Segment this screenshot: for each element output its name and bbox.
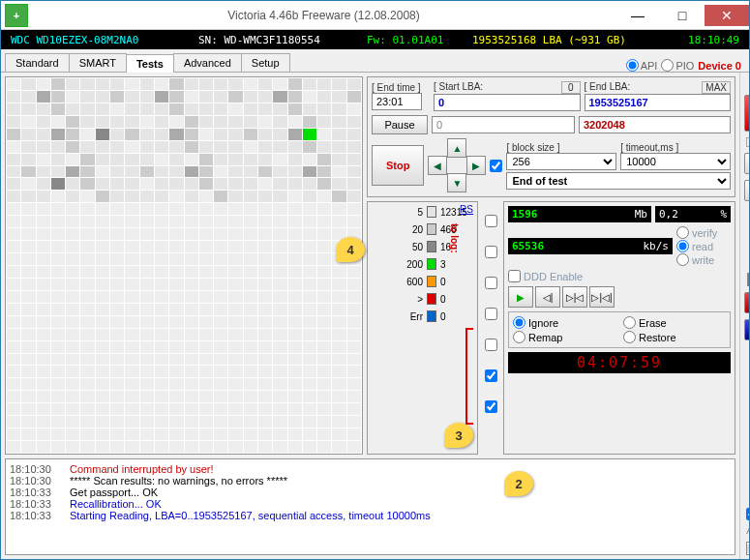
grid-cell [140,178,154,190]
tab-smart[interactable]: SMART [69,53,127,72]
grid-cell [214,78,227,90]
verify-radio[interactable]: verify [676,226,731,239]
grid-cell [66,378,79,390]
log-check[interactable] [485,215,497,227]
log-check[interactable] [485,277,497,289]
grid-cell [140,253,154,265]
write-radio[interactable]: write [676,253,731,266]
grid-cell [96,366,109,377]
pause-button[interactable]: Pause [372,115,428,134]
grid-cell [303,129,316,140]
grid-cell [169,166,183,178]
grid-cell [125,428,138,440]
log-panel[interactable]: 18:10:30Command interrupted by user!18:1… [5,458,735,555]
grid-cell [244,178,257,190]
grid-cell [80,141,94,153]
power-button[interactable]: Power [744,319,749,340]
tab-standard[interactable]: Standard [5,53,70,72]
sound-check[interactable]: sound [746,508,750,520]
grid-cell [317,366,331,377]
grid-cell [228,216,242,227]
arrow-right[interactable]: ▶ [466,156,486,175]
arrow-check[interactable] [490,160,502,172]
startlba-input[interactable] [434,94,581,111]
rs-link[interactable]: RS [460,204,473,215]
log-check[interactable] [485,400,497,413]
grid-cell [332,216,345,227]
grid-cell [66,228,79,240]
grid-cell [80,329,94,340]
log-check[interactable] [485,246,497,258]
endtime-input[interactable] [372,93,422,110]
tab-setup[interactable]: Setup [241,53,290,72]
grid-cell [125,441,138,453]
arrow-down[interactable]: ▼ [447,173,466,192]
grid-cell [37,141,50,153]
tab-advanced[interactable]: Advanced [173,53,242,72]
close-button[interactable]: ✕ [705,5,749,26]
sleep-button[interactable]: Sleep [744,153,749,174]
tab-tests[interactable]: Tests [126,54,174,73]
recall-button[interactable]: Recall [744,180,749,201]
log-check[interactable] [485,308,497,320]
grid-cell [288,428,302,440]
log-check[interactable] [485,339,497,351]
grid-cell [199,191,213,202]
minimize-button[interactable]: — [615,5,660,26]
pio-radio[interactable]: PIO [661,59,694,72]
api-number-spinner[interactable]: −0+ [746,542,749,555]
arrow-left[interactable]: ◀ [428,156,447,175]
grid-cell [66,366,79,377]
ignore-radio[interactable]: Ignore [513,316,615,329]
grid-cell [155,428,168,440]
api-radio[interactable]: API [626,59,658,72]
grid-cell [169,441,183,453]
rew-button[interactable]: ◁| [535,286,560,308]
passp-button[interactable]: Passp [744,292,749,313]
grid-cell [80,203,94,215]
grid-cell [303,378,316,390]
break-all-button[interactable]: Break All [744,95,749,132]
grid-cell [125,166,138,178]
blocksize-select[interactable]: 256 [506,153,616,170]
grid-cell [155,279,168,290]
timeout-select[interactable]: 10000 [620,153,731,170]
grid-cell [258,166,272,178]
maximize-button[interactable]: □ [660,5,705,26]
shuffle-button[interactable]: ▷|◁ [562,286,587,308]
cache-input[interactable] [579,116,731,133]
endlba-input[interactable] [585,94,732,111]
grid-cell [51,253,65,265]
play-button[interactable]: ▶ [508,286,533,308]
grid-cell [80,241,94,252]
pos-input[interactable] [432,116,575,133]
grid-cell [155,241,168,252]
arrow-up[interactable]: ▲ [447,138,466,158]
grid-cell [80,154,94,165]
grid-cell [288,279,302,290]
grid-cell [288,129,302,140]
grid-cell [244,291,257,303]
grid-cell [347,178,361,190]
stat-row: Err0 [372,310,473,322]
restore-radio[interactable]: Restore [623,331,726,343]
grid-cell [7,166,20,178]
step-button[interactable]: ▷|◁| [589,286,615,308]
stop-button[interactable]: Stop [372,145,424,186]
endoftest-select[interactable]: End of test [506,172,731,190]
grid-cell [317,403,331,415]
remap-radio[interactable]: Remap [513,331,615,343]
grid-cell [37,116,50,128]
grid-cell [244,241,257,252]
erase-radio[interactable]: Erase [623,316,726,329]
grid-cell [66,291,79,303]
ddd-check[interactable]: DDD Enable [508,270,731,282]
log-check[interactable] [485,369,497,382]
grid-cell [273,316,286,328]
grid-cell [155,103,168,115]
grid-cell [273,366,286,377]
grid-cell [185,129,198,140]
read-radio[interactable]: read [676,240,731,252]
grid-cell [199,279,213,290]
grid-cell [21,78,35,90]
